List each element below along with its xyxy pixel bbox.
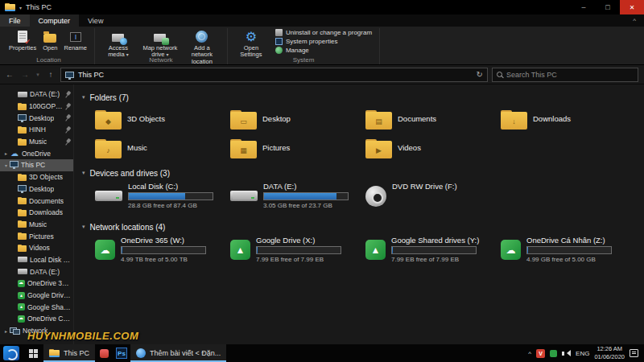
properties-button[interactable]: Properties xyxy=(6,28,39,53)
sidebar-item-onedrive-c-nh[interactable]: OneDrive Cá Nh... xyxy=(0,313,73,325)
green-cloud-icon xyxy=(18,280,25,287)
tile-label: Desktop xyxy=(262,114,291,123)
sidebar-item-google-shared-d[interactable]: Google Shared d... xyxy=(0,301,73,313)
collapse-chevron-icon[interactable] xyxy=(82,94,85,101)
chevron-down-icon[interactable] xyxy=(2,162,10,168)
folder-tile-pictures[interactable]: ▦Pictures xyxy=(230,134,364,161)
capacity-bar xyxy=(391,246,477,254)
capacity-bar xyxy=(121,246,206,254)
breadcrumb[interactable]: This PC xyxy=(78,71,104,79)
antivirus-tray-icon[interactable] xyxy=(536,349,545,358)
drive-label: Google Drive (X:) xyxy=(256,236,341,245)
maximize-button[interactable] xyxy=(596,0,620,14)
explorer-body: DATA (E:)100GOPRODesktopHINHMusicOneDriv… xyxy=(0,84,644,344)
sidebar-item-music[interactable]: Music xyxy=(0,219,73,231)
sidebar-item-pictures[interactable]: Pictures xyxy=(0,230,73,242)
drive-tile-google-shared-drives-y[interactable]: ▲Google Shared drives (Y:)7.99 EB free o… xyxy=(365,235,499,269)
sidebar-item-3d-objects[interactable]: 3D Objects xyxy=(0,171,73,183)
button-label: Properties xyxy=(9,45,36,51)
sidebar-item-data-e[interactable]: DATA (E:) xyxy=(0,88,73,101)
manage-button[interactable]: Manage xyxy=(273,47,374,54)
clock[interactable]: 12:26 AM 01/06/2020 xyxy=(594,345,625,361)
ribbon-tab-strip: File Computer View xyxy=(0,14,644,27)
uninstall-program-button[interactable]: Uninstall or change a program xyxy=(273,29,374,36)
tab-file[interactable]: File xyxy=(0,14,30,27)
folder-tile-documents[interactable]: ▤Documents xyxy=(365,105,499,132)
tab-computer[interactable]: Computer xyxy=(30,14,80,27)
notification-center-icon[interactable] xyxy=(630,349,638,357)
sidebar-item-google-drive-x[interactable]: Google Drive (X:) xyxy=(0,290,73,302)
sidebar-item-videos[interactable]: Videos xyxy=(0,242,73,254)
sidebar-item-desktop[interactable]: Desktop xyxy=(0,112,73,124)
drive-tile-onedrive-c-nh-n-z[interactable]: ☁OneDrive Cá Nhân (Z:)4.99 GB free of 5.… xyxy=(501,235,634,269)
section-header[interactable]: Network locations (4) xyxy=(82,220,644,233)
address-bar[interactable]: This PC xyxy=(60,68,488,82)
hidden-icons-chevron-icon[interactable] xyxy=(528,350,531,357)
taskbar-pinned-app[interactable] xyxy=(95,344,113,362)
quick-access-toolbar-chevron-icon[interactable] xyxy=(19,5,22,10)
access-media-button[interactable]: Access media xyxy=(98,28,138,60)
forward-button[interactable] xyxy=(19,70,31,79)
chevron-right-icon[interactable] xyxy=(2,328,10,334)
sidebar-item-data-e[interactable]: DATA (E:) xyxy=(0,265,73,278)
volume-icon[interactable] xyxy=(562,350,571,357)
rename-button[interactable]: Rename xyxy=(62,28,89,53)
drive-info: OneDrive 365 (W:)4.99 TB free of 5.00 TB xyxy=(121,235,206,263)
sidebar-item-music[interactable]: Music xyxy=(0,136,73,148)
ribbon-collapse-icon[interactable] xyxy=(625,14,644,27)
open-settings-button[interactable]: Open Settings xyxy=(231,28,271,60)
folder-tile-music[interactable]: ♪Music xyxy=(95,134,229,161)
folder-glyph: ♪ xyxy=(106,146,110,154)
chevron-right-icon[interactable] xyxy=(2,150,10,156)
sidebar-item-onedrive-365-w[interactable]: OneDrive 365 (W:) xyxy=(0,278,73,290)
minimize-button[interactable] xyxy=(572,0,596,14)
section-header[interactable]: Folders (7) xyxy=(82,91,644,104)
taskbar-app-photoshop[interactable]: Ps xyxy=(113,344,130,362)
folder-tile-3d-objects[interactable]: ◆3D Objects xyxy=(95,105,229,132)
taskbar-app-this-pc[interactable]: This PC xyxy=(43,344,95,362)
drive-tile-data-e[interactable]: DATA (E:)3.05 GB free of 23.7 GB xyxy=(230,181,364,215)
sidebar-item-local-disk-c[interactable]: Local Disk (C:) xyxy=(0,254,73,266)
sidebar-item-documents[interactable]: Documents xyxy=(0,195,73,207)
access-media-icon xyxy=(112,34,124,42)
map-network-drive-button[interactable]: Map network drive xyxy=(140,28,180,60)
sidebar-item-this-pc[interactable]: This PC xyxy=(0,159,73,171)
sidebar-item-desktop[interactable]: Desktop xyxy=(0,183,73,195)
drive-tile-local-disk-c[interactable]: Local Disk (C:)28.8 GB free of 87.4 GB xyxy=(95,181,229,215)
recent-locations-chevron-icon[interactable] xyxy=(35,72,41,78)
drive-icon xyxy=(18,257,27,262)
network-icon xyxy=(10,327,20,335)
up-button[interactable] xyxy=(45,70,56,79)
sidebar-item-100gopro[interactable]: 100GOPRO xyxy=(0,101,73,113)
close-button[interactable] xyxy=(620,0,644,14)
drive-icon xyxy=(18,92,27,97)
main-content: Folders (7) ◆3D Objects▭Desktop▤Document… xyxy=(74,84,644,344)
taskbar-app-browser[interactable]: Thêm bài viết < Đặn... xyxy=(130,344,226,362)
drive-info: Google Drive (X:)7.99 EB free of 7.99 EB xyxy=(256,235,341,263)
sidebar-item-label: Google Shared d... xyxy=(27,303,71,311)
drive-label: DVD RW Drive (F:) xyxy=(392,182,457,191)
sidebar-item-hinh[interactable]: HINH xyxy=(0,124,73,136)
drive-tile-google-drive-x[interactable]: ▲Google Drive (X:)7.99 EB free of 7.99 E… xyxy=(230,235,364,269)
back-button[interactable] xyxy=(4,70,15,79)
drive-tile-onedrive-365-w[interactable]: ☁OneDrive 365 (W:)4.99 TB free of 5.00 T… xyxy=(95,235,229,269)
language-indicator[interactable]: ENG xyxy=(576,350,589,357)
tab-view[interactable]: View xyxy=(79,14,112,27)
sidebar-item-downloads[interactable]: Downloads xyxy=(0,207,73,219)
drive-tile-dvd-rw-drive-f[interactable]: DVD RW Drive (F:) xyxy=(365,181,499,215)
system-properties-button[interactable]: System properties xyxy=(273,38,374,45)
section-header[interactable]: Devices and drives (3) xyxy=(82,167,644,179)
search-icon xyxy=(497,72,502,77)
menu-item-label: Uninstall or change a program xyxy=(286,29,372,36)
sidebar-item-onedrive[interactable]: OneDrive xyxy=(0,147,73,159)
folder-tile-desktop[interactable]: ▭Desktop xyxy=(230,105,364,132)
collapse-chevron-icon[interactable] xyxy=(82,170,85,176)
start-button[interactable] xyxy=(23,344,43,362)
tray-app-icon[interactable] xyxy=(550,350,557,357)
open-button[interactable]: Open xyxy=(40,28,60,53)
refresh-icon[interactable] xyxy=(477,70,483,79)
folder-tile-downloads[interactable]: ↓Downloads xyxy=(501,105,634,132)
collapse-chevron-icon[interactable] xyxy=(82,224,85,230)
folder-tile-videos[interactable]: ▶Videos xyxy=(365,134,499,161)
search-input[interactable]: Search This PC xyxy=(492,68,638,82)
